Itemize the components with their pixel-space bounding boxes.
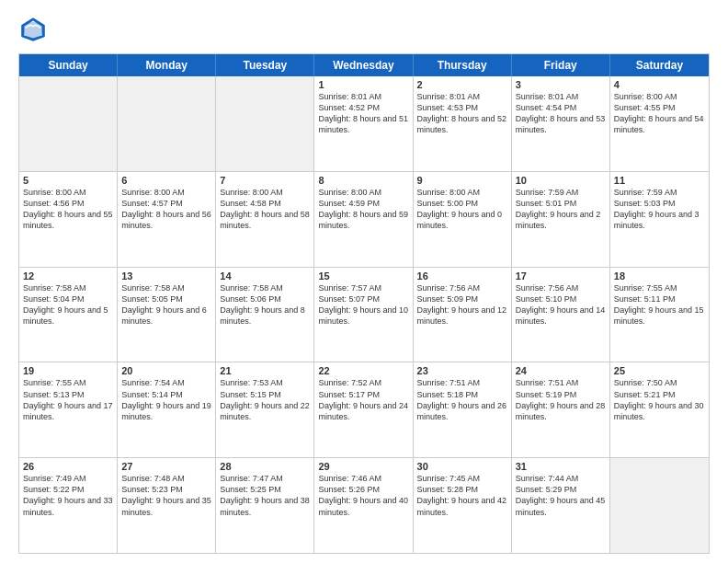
day-number: 18 — [614, 270, 705, 282]
calendar-day-26: 26Sunrise: 7:49 AM Sunset: 5:22 PM Dayli… — [19, 458, 118, 553]
calendar-empty-cell — [118, 76, 216, 171]
calendar-week-2: 5Sunrise: 8:00 AM Sunset: 4:56 PM Daylig… — [19, 172, 709, 268]
header-day-thursday: Thursday — [414, 54, 512, 76]
calendar-body: 1Sunrise: 8:01 AM Sunset: 4:52 PM Daylig… — [19, 76, 709, 553]
day-details: Sunrise: 8:00 AM Sunset: 4:55 PM Dayligh… — [614, 91, 705, 136]
day-details: Sunrise: 7:45 AM Sunset: 5:28 PM Dayligh… — [417, 473, 507, 518]
calendar-day-21: 21Sunrise: 7:53 AM Sunset: 5:15 PM Dayli… — [216, 362, 314, 457]
day-number: 31 — [516, 461, 606, 472]
calendar-day-9: 9Sunrise: 8:00 AM Sunset: 5:00 PM Daylig… — [414, 172, 512, 267]
calendar-day-11: 11Sunrise: 7:59 AM Sunset: 5:03 PM Dayli… — [610, 172, 709, 267]
day-number: 19 — [23, 365, 113, 376]
calendar-day-1: 1Sunrise: 8:01 AM Sunset: 4:52 PM Daylig… — [314, 76, 413, 171]
day-details: Sunrise: 7:49 AM Sunset: 5:22 PM Dayligh… — [23, 473, 113, 518]
day-details: Sunrise: 8:01 AM Sunset: 4:53 PM Dayligh… — [417, 91, 507, 136]
day-details: Sunrise: 7:58 AM Sunset: 5:04 PM Dayligh… — [23, 282, 113, 327]
day-details: Sunrise: 8:00 AM Sunset: 4:56 PM Dayligh… — [23, 187, 113, 232]
day-number: 27 — [121, 461, 211, 472]
day-number: 9 — [417, 175, 507, 186]
day-details: Sunrise: 8:00 AM Sunset: 4:57 PM Dayligh… — [121, 187, 211, 232]
calendar-week-5: 26Sunrise: 7:49 AM Sunset: 5:22 PM Dayli… — [19, 458, 709, 553]
day-details: Sunrise: 7:58 AM Sunset: 5:05 PM Dayligh… — [121, 282, 211, 327]
day-number: 21 — [220, 365, 310, 376]
calendar-empty-cell — [216, 76, 314, 171]
day-number: 14 — [220, 270, 310, 282]
calendar-day-12: 12Sunrise: 7:58 AM Sunset: 5:04 PM Dayli… — [19, 268, 118, 362]
calendar-day-25: 25Sunrise: 7:50 AM Sunset: 5:21 PM Dayli… — [610, 362, 709, 457]
calendar-day-13: 13Sunrise: 7:58 AM Sunset: 5:05 PM Dayli… — [118, 268, 216, 362]
logo-icon — [18, 15, 48, 44]
day-number: 23 — [417, 365, 507, 376]
day-number: 29 — [318, 461, 408, 472]
day-details: Sunrise: 8:00 AM Sunset: 5:00 PM Dayligh… — [417, 187, 507, 232]
day-details: Sunrise: 7:46 AM Sunset: 5:26 PM Dayligh… — [318, 473, 408, 518]
calendar-day-24: 24Sunrise: 7:51 AM Sunset: 5:19 PM Dayli… — [512, 362, 610, 457]
calendar: SundayMondayTuesdayWednesdayThursdayFrid… — [18, 53, 710, 554]
calendar-day-19: 19Sunrise: 7:55 AM Sunset: 5:13 PM Dayli… — [19, 362, 118, 457]
day-details: Sunrise: 8:01 AM Sunset: 4:52 PM Dayligh… — [318, 91, 408, 136]
calendar-day-17: 17Sunrise: 7:56 AM Sunset: 5:10 PM Dayli… — [512, 268, 610, 362]
day-details: Sunrise: 7:55 AM Sunset: 5:13 PM Dayligh… — [23, 377, 113, 422]
day-details: Sunrise: 7:44 AM Sunset: 5:29 PM Dayligh… — [516, 473, 606, 518]
day-details: Sunrise: 7:56 AM Sunset: 5:10 PM Dayligh… — [516, 282, 606, 327]
day-details: Sunrise: 7:59 AM Sunset: 5:03 PM Dayligh… — [614, 187, 705, 232]
day-number: 13 — [121, 270, 211, 282]
calendar-day-20: 20Sunrise: 7:54 AM Sunset: 5:14 PM Dayli… — [118, 362, 216, 457]
day-number: 7 — [220, 175, 310, 186]
calendar-week-4: 19Sunrise: 7:55 AM Sunset: 5:13 PM Dayli… — [19, 362, 709, 458]
day-number: 11 — [614, 175, 705, 186]
day-number: 4 — [614, 79, 705, 90]
day-details: Sunrise: 7:48 AM Sunset: 5:23 PM Dayligh… — [121, 473, 211, 518]
header-day-wednesday: Wednesday — [314, 54, 413, 76]
calendar-week-3: 12Sunrise: 7:58 AM Sunset: 5:04 PM Dayli… — [19, 268, 709, 363]
day-number: 5 — [23, 175, 113, 186]
day-details: Sunrise: 7:51 AM Sunset: 5:18 PM Dayligh… — [417, 377, 507, 422]
day-number: 15 — [318, 270, 408, 282]
day-number: 24 — [516, 365, 606, 376]
calendar-day-30: 30Sunrise: 7:45 AM Sunset: 5:28 PM Dayli… — [414, 458, 512, 553]
calendar-day-22: 22Sunrise: 7:52 AM Sunset: 5:17 PM Dayli… — [314, 362, 413, 457]
calendar-day-3: 3Sunrise: 8:01 AM Sunset: 4:54 PM Daylig… — [512, 76, 610, 171]
header-day-tuesday: Tuesday — [216, 54, 314, 76]
day-number: 12 — [23, 270, 113, 282]
day-number: 25 — [614, 365, 705, 376]
day-number: 6 — [121, 175, 211, 186]
day-details: Sunrise: 7:54 AM Sunset: 5:14 PM Dayligh… — [121, 377, 211, 422]
calendar-day-23: 23Sunrise: 7:51 AM Sunset: 5:18 PM Dayli… — [414, 362, 512, 457]
calendar-day-29: 29Sunrise: 7:46 AM Sunset: 5:26 PM Dayli… — [314, 458, 413, 553]
header-day-saturday: Saturday — [610, 54, 709, 76]
header — [18, 15, 710, 44]
day-number: 3 — [516, 79, 606, 90]
calendar-day-6: 6Sunrise: 8:00 AM Sunset: 4:57 PM Daylig… — [118, 172, 216, 267]
day-number: 2 — [417, 79, 507, 90]
calendar-day-2: 2Sunrise: 8:01 AM Sunset: 4:53 PM Daylig… — [414, 76, 512, 171]
calendar-day-27: 27Sunrise: 7:48 AM Sunset: 5:23 PM Dayli… — [118, 458, 216, 553]
day-number: 22 — [318, 365, 408, 376]
calendar-day-7: 7Sunrise: 8:00 AM Sunset: 4:58 PM Daylig… — [216, 172, 314, 267]
day-number: 17 — [516, 270, 606, 282]
day-number: 20 — [121, 365, 211, 376]
day-details: Sunrise: 7:55 AM Sunset: 5:11 PM Dayligh… — [614, 282, 705, 327]
day-details: Sunrise: 7:53 AM Sunset: 5:15 PM Dayligh… — [220, 377, 310, 422]
calendar-day-8: 8Sunrise: 8:00 AM Sunset: 4:59 PM Daylig… — [314, 172, 413, 267]
day-details: Sunrise: 7:57 AM Sunset: 5:07 PM Dayligh… — [318, 282, 408, 327]
day-number: 8 — [318, 175, 408, 186]
day-number: 28 — [220, 461, 310, 472]
day-number: 16 — [417, 270, 507, 282]
calendar-week-1: 1Sunrise: 8:01 AM Sunset: 4:52 PM Daylig… — [19, 76, 709, 172]
day-number: 10 — [516, 175, 606, 186]
calendar-day-10: 10Sunrise: 7:59 AM Sunset: 5:01 PM Dayli… — [512, 172, 610, 267]
day-number: 30 — [417, 461, 507, 472]
page: SundayMondayTuesdayWednesdayThursdayFrid… — [0, 0, 728, 563]
header-day-sunday: Sunday — [19, 54, 118, 76]
logo — [18, 15, 51, 44]
day-details: Sunrise: 7:58 AM Sunset: 5:06 PM Dayligh… — [220, 282, 310, 327]
calendar-day-15: 15Sunrise: 7:57 AM Sunset: 5:07 PM Dayli… — [314, 268, 413, 362]
day-details: Sunrise: 7:59 AM Sunset: 5:01 PM Dayligh… — [516, 187, 606, 232]
calendar-day-14: 14Sunrise: 7:58 AM Sunset: 5:06 PM Dayli… — [216, 268, 314, 362]
day-details: Sunrise: 8:01 AM Sunset: 4:54 PM Dayligh… — [516, 91, 606, 136]
calendar-day-28: 28Sunrise: 7:47 AM Sunset: 5:25 PM Dayli… — [216, 458, 314, 553]
calendar-day-4: 4Sunrise: 8:00 AM Sunset: 4:55 PM Daylig… — [610, 76, 709, 171]
header-day-friday: Friday — [512, 54, 610, 76]
calendar-day-18: 18Sunrise: 7:55 AM Sunset: 5:11 PM Dayli… — [610, 268, 709, 362]
